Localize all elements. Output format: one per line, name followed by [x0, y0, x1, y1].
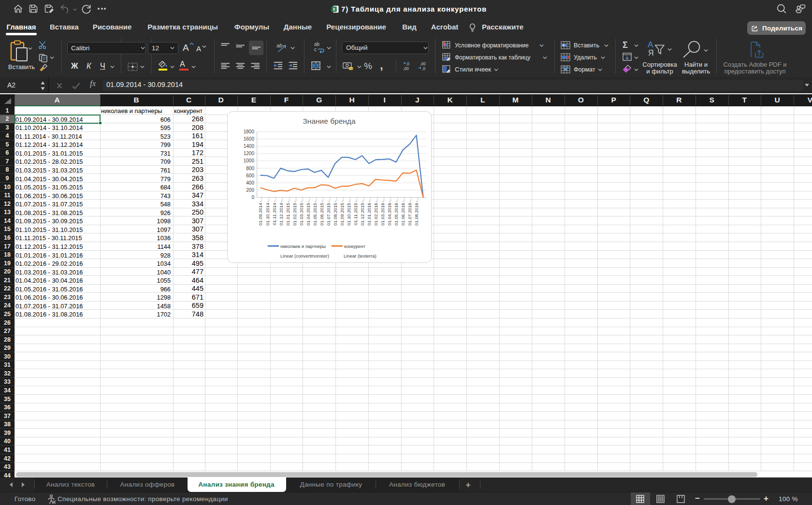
- svg-text:200: 200: [246, 187, 254, 192]
- svg-text:ab: ab: [276, 43, 282, 48]
- svg-text:А: А: [648, 40, 653, 49]
- svg-text:,0: ,0: [406, 61, 409, 66]
- svg-text:400: 400: [246, 180, 254, 185]
- svg-text:1200: 1200: [244, 151, 255, 156]
- svg-text:Я: Я: [648, 49, 654, 57]
- svg-text:1600: 1600: [244, 136, 255, 142]
- svg-text:X: X: [333, 7, 335, 12]
- svg-text:,0: ,0: [422, 66, 425, 71]
- svg-text:,00: ,00: [420, 61, 426, 66]
- svg-text:1800: 1800: [244, 129, 255, 134]
- svg-text:николаев и партнеры: николаев и партнеры: [280, 243, 326, 248]
- svg-text:Linear (convertmonster): Linear (convertmonster): [280, 253, 329, 258]
- svg-text:Linear (texterra): Linear (texterra): [344, 253, 377, 258]
- svg-text:1000: 1000: [244, 158, 255, 163]
- svg-text:c: c: [314, 47, 317, 52]
- svg-text:конкурент: конкурент: [344, 243, 366, 248]
- svg-text:800: 800: [246, 165, 254, 171]
- svg-text:,00: ,00: [403, 66, 409, 71]
- svg-text:600: 600: [246, 173, 254, 178]
- svg-text:1400: 1400: [244, 144, 255, 149]
- svg-text:ab: ab: [314, 42, 320, 47]
- svg-text:Знание бренда: Знание бренда: [303, 116, 355, 125]
- svg-text:0: 0: [251, 195, 254, 200]
